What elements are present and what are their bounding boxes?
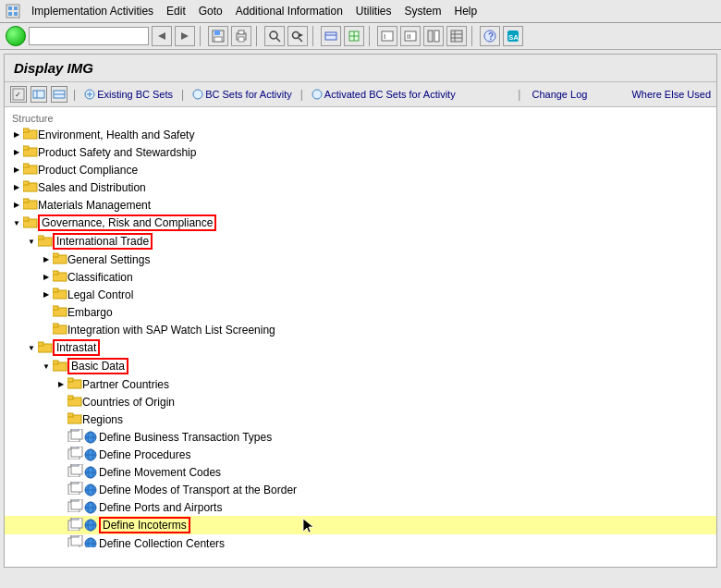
menu-additional-info[interactable]: Additional Information	[230, 3, 348, 19]
tb-btn5[interactable]: I	[377, 26, 397, 46]
svg-marker-5	[158, 32, 165, 40]
tree-node-intl[interactable]: International Trade	[5, 232, 716, 251]
tree-node-btt[interactable]: Define Business Transaction Types	[5, 428, 716, 446]
svg-rect-28	[434, 31, 439, 42]
globe-icon	[84, 536, 99, 547]
menu-utilities[interactable]: Utilities	[350, 3, 397, 19]
tree-label-proc: Define Procedures	[99, 448, 190, 461]
folder-icon	[38, 234, 53, 250]
tree-label-reg: Regions	[82, 413, 123, 426]
find-btn[interactable]	[264, 26, 285, 46]
dbl-page-icon	[67, 535, 84, 547]
menu-edit[interactable]: Edit	[161, 3, 191, 19]
tree-arrow-lc[interactable]	[40, 288, 53, 301]
tree-node-intra[interactable]: Intrastat	[5, 338, 716, 357]
tree-arrow-basic[interactable]	[40, 360, 53, 373]
existing-bc-sets-btn[interactable]: Existing BC Sets	[81, 88, 176, 101]
tb-btn4[interactable]	[344, 26, 364, 46]
tree-node-env[interactable]: Environment, Health and Safety	[5, 126, 716, 143]
folder-icon	[67, 394, 82, 410]
folder-icon	[23, 127, 38, 142]
sap-menu-icon	[6, 4, 20, 18]
tree-arrow-intra[interactable]	[25, 341, 38, 354]
find-next-btn[interactable]	[287, 26, 308, 46]
menu-help[interactable]: Help	[449, 3, 483, 19]
svg-rect-18	[325, 32, 336, 40]
menu-impl-activities[interactable]: Implementation Activities	[26, 3, 159, 19]
tree-arrow-sd[interactable]	[10, 181, 23, 194]
tree-node-incoterms[interactable]: Define Incoterms	[5, 516, 716, 534]
bc-icon1[interactable]: ✓	[10, 86, 27, 103]
tree-node-sd[interactable]: Sales and Distribution	[5, 178, 716, 196]
tree-node-ports[interactable]: Define Ports and Airports	[5, 498, 716, 516]
forward-btn[interactable]	[175, 26, 195, 46]
tree-label-sd: Sales and Distribution	[38, 181, 146, 194]
tb-btn6[interactable]: II	[400, 26, 421, 46]
tree-container: Environment, Health and Safety Product S…	[5, 126, 716, 547]
globe-icon	[84, 465, 99, 479]
save-btn[interactable]	[208, 26, 228, 46]
help-btn[interactable]: ?	[480, 26, 500, 46]
tree-label-cls: Classification	[67, 271, 133, 284]
tree-node-pc[interactable]: Product Compliance	[5, 161, 716, 178]
tree-node-lc[interactable]: Legal Control	[5, 286, 716, 303]
change-log-btn[interactable]: Change Log	[532, 89, 587, 100]
tree-arrow-env[interactable]	[10, 129, 23, 141]
tree-arrow-pss[interactable]	[10, 146, 23, 159]
tree-node-emb[interactable]: Embargo	[5, 303, 716, 321]
tb-btn8[interactable]	[446, 26, 467, 46]
sep1	[200, 26, 203, 46]
svg-rect-79	[67, 396, 73, 399]
command-field[interactable]	[29, 27, 149, 45]
tree-arrow-cls[interactable]	[40, 271, 53, 284]
svg-text:I: I	[384, 32, 385, 41]
tree-arrow-mm[interactable]	[10, 199, 23, 212]
tree-node-coo[interactable]: Countries of Origin	[5, 393, 716, 410]
tree-node-basic[interactable]: Basic Data	[5, 357, 716, 375]
menu-system[interactable]: System	[399, 3, 447, 19]
tb-btn3[interactable]	[321, 26, 341, 46]
tree-label-env: Environment, Health and Safety	[38, 129, 194, 141]
sep2	[256, 26, 260, 46]
tree-node-mm[interactable]: Materials Management	[5, 196, 716, 214]
print-btn[interactable]	[231, 26, 251, 46]
tree-node-grc[interactable]: Governance, Risk and Compliance	[5, 214, 716, 232]
dbl-page-icon	[67, 499, 84, 515]
tree-arrow-intl[interactable]	[25, 235, 38, 248]
tree-node-sap_watch[interactable]: Integration with SAP Watch List Screenin…	[5, 321, 716, 338]
tb-btn7[interactable]	[423, 26, 444, 46]
menu-goto[interactable]: Goto	[193, 3, 228, 19]
svg-rect-61	[38, 236, 43, 239]
tree-node-cls[interactable]: Classification	[5, 268, 716, 286]
bc-sets-activity-btn[interactable]: BC Sets for Activity	[189, 88, 295, 101]
tree-node-reg[interactable]: Regions	[5, 410, 716, 428]
svg-text:SAP: SAP	[508, 33, 519, 42]
display-img-header: Display IMG	[5, 55, 716, 82]
svg-rect-121	[71, 535, 79, 537]
tree-arrow-pc[interactable]	[10, 164, 23, 177]
tree-node-gs[interactable]: General Settings	[5, 251, 716, 268]
tree-arrow-gs[interactable]	[40, 253, 53, 266]
folder-icon	[23, 162, 38, 178]
tree-node-mot[interactable]: Define Modes of Transport at the Border	[5, 481, 716, 498]
cursor-icon	[301, 517, 314, 533]
back-btn[interactable]	[152, 26, 172, 46]
sap-btn[interactable]: SAP	[503, 26, 523, 46]
globe-icon	[84, 447, 99, 461]
tree-node-pss[interactable]: Product Safety and Stewardship	[5, 143, 716, 161]
svg-rect-4	[14, 12, 18, 16]
tree-arrow-partner[interactable]	[55, 378, 67, 391]
tree-node-cc[interactable]: Define Collection Centers	[5, 534, 716, 547]
folder-icon	[23, 179, 38, 195]
folder-icon	[23, 197, 38, 213]
bc-icon3[interactable]	[51, 86, 67, 103]
activated-bc-sets-btn[interactable]: Activated BC Sets for Activity	[309, 88, 458, 101]
tree-node-proc[interactable]: Define Procedures	[5, 446, 716, 463]
structure-label: Structure	[5, 111, 716, 126]
tree-arrow-grc[interactable]	[10, 216, 23, 229]
tree-node-mc[interactable]: Define Movement Codes	[5, 463, 716, 481]
dbl-page-icon	[67, 429, 84, 445]
where-else-used-btn[interactable]: Where Else Used	[631, 89, 711, 100]
bc-icon2[interactable]	[31, 86, 47, 103]
tree-node-partner[interactable]: Partner Countries	[5, 375, 716, 393]
